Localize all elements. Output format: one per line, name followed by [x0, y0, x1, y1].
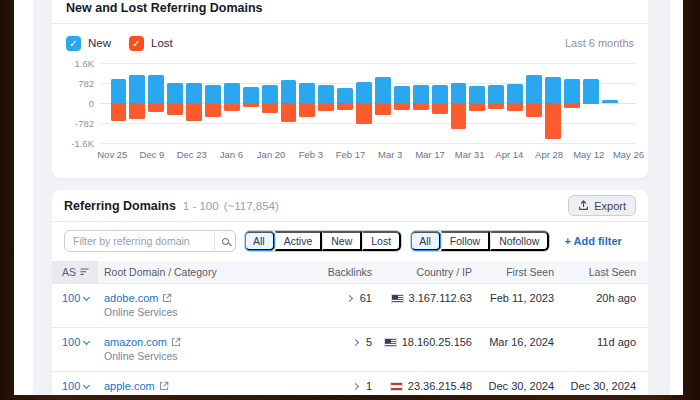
page-background: New and Lost Referring Domains ✓ New ✓ L…	[33, 0, 670, 395]
bar-group[interactable]	[487, 63, 506, 143]
bar-group[interactable]	[109, 63, 128, 143]
x-tick-label: Jan 20	[257, 149, 286, 160]
add-filter-button[interactable]: + Add filter	[564, 235, 621, 247]
bar-group[interactable]	[260, 63, 279, 143]
as-dropdown[interactable]: 100	[58, 380, 92, 392]
bar-group[interactable]	[241, 63, 260, 143]
new-bar	[224, 83, 240, 103]
x-tick-label: Apr 14	[495, 149, 523, 160]
expand-chevron-icon[interactable]	[352, 382, 359, 389]
y-tick-label: 1.6K	[62, 58, 94, 69]
legend-item-lost[interactable]: ✓ Lost	[129, 36, 173, 51]
table-row[interactable]: 100amazon.comOnline Services518.160.25.1…	[52, 327, 648, 371]
legend-item-new[interactable]: ✓ New	[66, 36, 111, 51]
new-checkbox-icon[interactable]: ✓	[66, 36, 81, 51]
bar-group[interactable]	[506, 63, 525, 143]
column-header-first-seen[interactable]: First Seen	[478, 261, 560, 283]
lost-bar	[243, 103, 259, 107]
filter-option-active[interactable]: Active	[275, 231, 323, 251]
filter-option-lost[interactable]: Lost	[362, 231, 401, 251]
new-bar	[262, 85, 278, 103]
backlinks-cell: 5	[268, 328, 378, 371]
lost-bar	[186, 103, 202, 121]
bar-group[interactable]	[355, 63, 374, 143]
lost-bar	[469, 103, 485, 111]
filter-option-follow[interactable]: Follow	[441, 231, 490, 251]
filter-option-all[interactable]: All	[245, 231, 275, 251]
new-bar	[111, 79, 127, 104]
filter-option-nofollow[interactable]: Nofollow	[490, 231, 549, 251]
bar-group[interactable]	[562, 63, 581, 143]
column-header-country-ip[interactable]: Country / IP	[378, 261, 478, 283]
expand-chevron-icon[interactable]	[352, 338, 359, 345]
search-button[interactable]	[214, 230, 236, 252]
follow-filter-group: AllFollowNofollow	[410, 230, 550, 252]
lost-bar	[205, 103, 221, 117]
column-header-backlinks[interactable]: Backlinks	[268, 261, 378, 283]
bar-group[interactable]	[600, 63, 619, 143]
bar-group[interactable]	[581, 63, 600, 143]
filter-option-all[interactable]: All	[411, 231, 441, 251]
bar-group[interactable]	[185, 63, 204, 143]
domain-filter-input[interactable]	[64, 230, 236, 252]
column-header-last-seen[interactable]: Last Seen	[560, 261, 648, 283]
sort-icon	[80, 268, 89, 276]
external-link-icon[interactable]	[171, 337, 181, 347]
lost-bar	[507, 103, 523, 111]
domain-link[interactable]: amazon.com	[104, 336, 181, 348]
bar-group[interactable]	[222, 63, 241, 143]
bar-group[interactable]	[468, 63, 487, 143]
table-row[interactable]: 100apple.comOnline ServicesNofollow123.3…	[52, 371, 648, 395]
bar-group[interactable]	[449, 63, 468, 143]
as-dropdown[interactable]: 100	[58, 292, 92, 304]
x-tick-label: Jan 6	[220, 149, 243, 160]
lost-bar	[356, 103, 372, 124]
x-tick-label: Dec 23	[177, 149, 207, 160]
bar-group[interactable]	[430, 63, 449, 143]
bar-group[interactable]	[336, 63, 355, 143]
backlinks-value: 1	[366, 380, 372, 392]
bar-group[interactable]	[147, 63, 166, 143]
first-seen-cell: Mar 16, 2024	[478, 328, 560, 371]
bar-group[interactable]	[298, 63, 317, 143]
export-button[interactable]: Export	[568, 195, 636, 216]
lost-bar	[262, 103, 278, 113]
bar-group[interactable]	[166, 63, 185, 143]
bar-group[interactable]	[525, 63, 544, 143]
us-flag-icon	[391, 294, 404, 303]
lost-checkbox-icon[interactable]: ✓	[129, 36, 144, 51]
bar-group[interactable]	[392, 63, 411, 143]
table-body: 100adobe.comOnline Services613.167.112.6…	[52, 283, 648, 395]
backlinks-value: 61	[360, 292, 372, 304]
date-range-label: Last 6 months	[565, 37, 634, 49]
last-seen-cell: Dec 30, 2024	[560, 372, 648, 395]
external-link-icon[interactable]	[162, 293, 172, 303]
external-link-icon[interactable]	[159, 381, 169, 391]
expand-chevron-icon[interactable]	[346, 294, 353, 301]
as-dropdown[interactable]: 100	[58, 336, 92, 348]
new-bar	[469, 86, 485, 104]
bar-group[interactable]	[543, 63, 562, 143]
domain-link[interactable]: adobe.com	[104, 292, 172, 304]
bar-group[interactable]	[203, 63, 222, 143]
table-range: 1 - 100	[183, 200, 219, 212]
bar-group[interactable]	[279, 63, 298, 143]
lost-bar	[545, 103, 561, 139]
domain-filter-searchbox	[64, 230, 236, 252]
bar-group[interactable]	[317, 63, 336, 143]
backlinks-wrap: 5	[274, 336, 372, 348]
search-icon	[222, 238, 229, 245]
domain-category: Online Services	[104, 394, 262, 395]
lost-bar	[337, 103, 353, 110]
domain-link[interactable]: apple.com	[104, 380, 169, 392]
as-value: 100	[62, 292, 80, 304]
bar-group[interactable]	[373, 63, 392, 143]
bar-group[interactable]	[411, 63, 430, 143]
column-header-as[interactable]: AS	[52, 261, 98, 283]
table-row[interactable]: 100adobe.comOnline Services613.167.112.6…	[52, 283, 648, 327]
column-header-domain[interactable]: Root Domain / Category	[98, 261, 268, 283]
chevron-down-icon	[83, 382, 90, 389]
bar-group[interactable]	[128, 63, 147, 143]
lost-bar	[583, 103, 599, 104]
filter-option-new[interactable]: New	[322, 231, 362, 251]
